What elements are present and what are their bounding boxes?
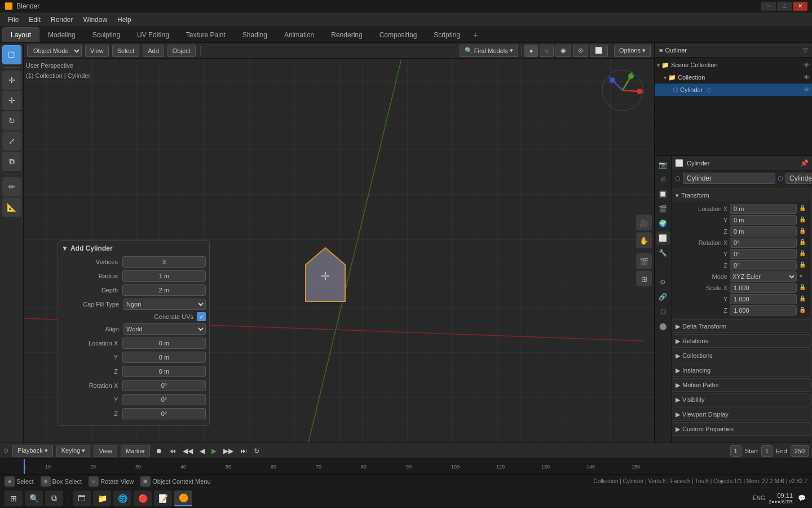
object-name-input[interactable] bbox=[683, 173, 775, 184]
pan-btn[interactable]: ✋ bbox=[636, 233, 652, 248]
tool-transform[interactable]: ⧉ bbox=[2, 152, 21, 171]
loc-x-lock[interactable]: 🔒 bbox=[799, 205, 807, 213]
props-tab-particles[interactable]: · bbox=[656, 261, 670, 274]
options-btn[interactable]: Options ▾ bbox=[614, 45, 651, 57]
rotation-mode-select[interactable]: XYZ Euler bbox=[730, 271, 797, 282]
align-select[interactable]: World View Cursor bbox=[123, 323, 206, 335]
scale-y-lock[interactable]: 🔒 bbox=[799, 295, 807, 303]
obj-data-name-input[interactable] bbox=[785, 173, 812, 184]
loc-z-lock[interactable]: 🔒 bbox=[799, 227, 807, 235]
overlay-btn[interactable]: ⊙ bbox=[573, 45, 588, 57]
depth-input[interactable] bbox=[122, 284, 206, 296]
tab-layout[interactable]: Layout bbox=[2, 27, 39, 42]
loc-x-prop-value[interactable]: 0 m bbox=[730, 204, 797, 214]
object-btn[interactable]: Object bbox=[167, 45, 196, 57]
camera-view-btn[interactable]: 🎥 bbox=[636, 215, 652, 231]
props-tab-data[interactable]: ⬡ bbox=[656, 305, 670, 318]
delta-transform-header[interactable]: ▶ Delta Transform bbox=[672, 320, 811, 332]
orbit-btn[interactable]: 🎬 bbox=[636, 253, 652, 269]
playback-menu[interactable]: Playback ▾ bbox=[12, 445, 53, 457]
taskbar-app-1[interactable]: 🗔 bbox=[73, 491, 91, 506]
mode-select[interactable]: Object Mode bbox=[27, 45, 82, 57]
collection-item[interactable]: ▾ 📁 Collection 👁 bbox=[655, 71, 812, 84]
notification-btn[interactable]: 💬 bbox=[796, 493, 807, 504]
props-tab-modifier[interactable]: 🔧 bbox=[656, 246, 670, 260]
viewport-shading-solid[interactable]: ● bbox=[524, 45, 539, 57]
rot-x-input[interactable] bbox=[122, 380, 206, 391]
tab-scripting[interactable]: Scripting bbox=[425, 27, 469, 42]
3d-viewport[interactable]: User Perspective (1) Collection | Cylind… bbox=[24, 59, 654, 443]
tool-measure[interactable]: 📐 bbox=[2, 198, 21, 217]
menu-item-edit[interactable]: Edit bbox=[24, 15, 45, 25]
taskbar-app-5[interactable]: 📝 bbox=[154, 491, 172, 506]
add-btn[interactable]: Add bbox=[143, 45, 164, 57]
tool-rotate[interactable]: ↻ bbox=[2, 111, 21, 130]
rot-y-input[interactable] bbox=[122, 394, 206, 405]
view-menu[interactable]: View bbox=[94, 445, 117, 457]
loop-btn[interactable]: ↻ bbox=[251, 446, 262, 456]
tab-compositing[interactable]: Compositing bbox=[371, 27, 426, 42]
play-forward-btn[interactable]: ▶ bbox=[209, 446, 219, 456]
rot-y-prop-value[interactable]: 0° bbox=[730, 249, 797, 259]
loc-z-prop-value[interactable]: 0 m bbox=[730, 226, 797, 237]
cylinder-object[interactable] bbox=[300, 245, 351, 309]
outliner-filter-icon[interactable]: ▽ bbox=[803, 46, 807, 54]
timeline-track[interactable]: 1 10 20 30 40 50 60 70 80 90 100 120 130… bbox=[0, 458, 812, 474]
vertices-input[interactable] bbox=[122, 256, 206, 268]
motion-paths-header[interactable]: ▶ Motion Paths bbox=[672, 379, 811, 391]
rot-x-lock[interactable]: 🔒 bbox=[799, 239, 807, 247]
visibility-header[interactable]: ▶ Visibility bbox=[672, 393, 811, 406]
loc-z-input[interactable] bbox=[122, 366, 206, 377]
col-eye[interactable]: 👁 bbox=[804, 74, 810, 81]
props-tab-output[interactable]: 🖨 bbox=[656, 173, 670, 186]
tab-uv-editing[interactable]: UV Editing bbox=[129, 27, 178, 42]
task-view-btn[interactable]: ⧉ bbox=[45, 491, 63, 506]
loc-y-input[interactable] bbox=[122, 352, 206, 363]
scale-z-prop-value[interactable]: 1.000 bbox=[730, 305, 797, 316]
tool-move[interactable]: ✢ bbox=[2, 91, 21, 110]
find-models-btn[interactable]: 🔍 Find Models ▾ bbox=[460, 45, 518, 57]
custom-props-header[interactable]: ▶ Custom Properties bbox=[672, 423, 811, 435]
start-btn[interactable]: ⊞ bbox=[5, 491, 23, 506]
scale-z-lock[interactable]: 🔒 bbox=[799, 306, 807, 314]
rot-z-lock[interactable]: 🔒 bbox=[799, 261, 807, 269]
search-btn[interactable]: 🔍 bbox=[25, 491, 43, 506]
generate-uvs-checkbox[interactable]: ✓ bbox=[197, 312, 206, 321]
select-btn[interactable]: Select bbox=[112, 45, 140, 57]
view-btn[interactable]: View bbox=[85, 45, 109, 57]
collections-header[interactable]: ▶ Collections bbox=[672, 349, 811, 362]
taskbar-app-4[interactable]: 🔴 bbox=[134, 491, 152, 506]
tool-cursor[interactable]: ✛ bbox=[2, 71, 21, 90]
props-tab-render[interactable]: 📷 bbox=[656, 158, 670, 172]
play-reverse-btn[interactable]: ◀ bbox=[197, 446, 207, 456]
tab-animation[interactable]: Animation bbox=[276, 27, 323, 42]
rot-x-prop-value[interactable]: 0° bbox=[730, 238, 797, 248]
props-tab-object[interactable]: ⬜ bbox=[656, 231, 670, 245]
instancing-header[interactable]: ▶ Instancing bbox=[672, 364, 811, 376]
cylinder-item[interactable]: ⬡ Cylinder ⬡ 👁 bbox=[655, 84, 812, 96]
rot-y-lock[interactable]: 🔒 bbox=[799, 250, 807, 258]
scene-collection-item[interactable]: ▾ 📁 Scene Collection 👁 bbox=[655, 59, 812, 71]
menu-item-render[interactable]: Render bbox=[46, 15, 77, 25]
close-btn[interactable]: ✕ bbox=[793, 2, 807, 11]
transform-header[interactable]: ▾ Transform bbox=[672, 189, 811, 202]
maximize-btn[interactable]: □ bbox=[777, 2, 792, 11]
marker-menu[interactable]: Marker bbox=[121, 445, 150, 457]
tab-texture-paint[interactable]: Texture Paint bbox=[178, 27, 234, 42]
viewport-shading-material[interactable]: ○ bbox=[540, 45, 554, 57]
tab-sculpting[interactable]: Sculpting bbox=[84, 27, 129, 42]
add-cylinder-header[interactable]: ▼ Add Cylinder bbox=[61, 244, 206, 252]
tool-annotate[interactable]: ✏ bbox=[2, 177, 21, 196]
scale-x-prop-value[interactable]: 1.000 bbox=[730, 283, 797, 293]
menu-item-window[interactable]: Window bbox=[78, 15, 112, 25]
menu-item-file[interactable]: File bbox=[3, 15, 23, 25]
props-tab-scene[interactable]: 🎬 bbox=[656, 202, 670, 216]
menu-item-help[interactable]: Help bbox=[113, 15, 136, 25]
start-frame-input[interactable]: 1 bbox=[761, 445, 773, 457]
tab-rendering[interactable]: Rendering bbox=[323, 27, 370, 42]
frame-current-display[interactable]: 1 bbox=[730, 445, 742, 457]
viewport-display-header[interactable]: ▶ Viewport Display bbox=[672, 408, 811, 421]
props-tab-physics[interactable]: ⚙ bbox=[656, 275, 670, 289]
relations-header[interactable]: ▶ Relations bbox=[672, 335, 811, 347]
taskbar-app-blender[interactable]: 🟠 bbox=[174, 491, 192, 506]
